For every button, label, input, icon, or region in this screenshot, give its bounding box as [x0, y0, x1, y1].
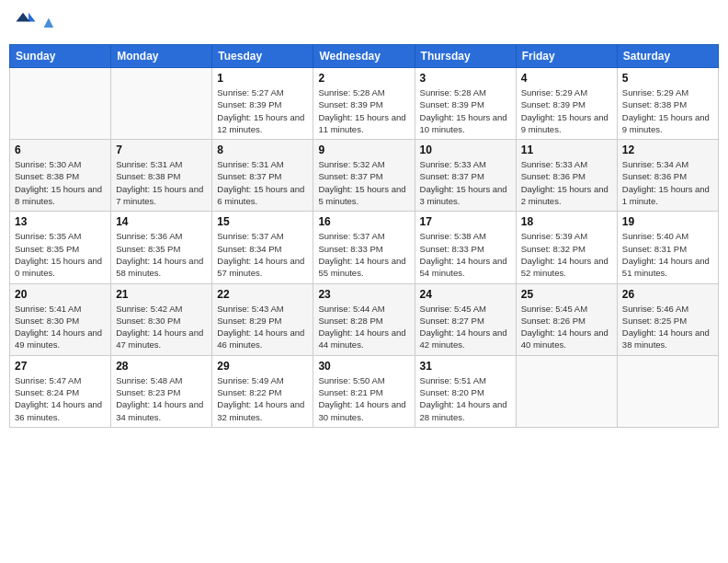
day-number: 17 — [420, 215, 511, 228]
day-cell: 18Sunrise: 5:39 AMSunset: 8:32 PMDayligh… — [516, 212, 617, 283]
day-cell: 26Sunrise: 5:46 AMSunset: 8:25 PMDayligh… — [617, 283, 718, 355]
day-number: 7 — [116, 144, 207, 156]
day-number: 11 — [521, 144, 612, 156]
day-detail: Sunrise: 5:43 AMSunset: 8:29 PMDaylight:… — [217, 303, 308, 351]
calendar-table: SundayMondayTuesdayWednesdayThursdayFrid… — [9, 44, 719, 428]
day-detail: Sunrise: 5:34 AMSunset: 8:36 PMDaylight:… — [622, 158, 713, 207]
day-detail: Sunrise: 5:47 AMSunset: 8:24 PMDaylight:… — [15, 374, 106, 423]
day-number: 5 — [622, 72, 713, 85]
day-number: 24 — [420, 288, 511, 301]
day-cell: 29Sunrise: 5:49 AMSunset: 8:22 PMDayligh… — [212, 355, 313, 427]
weekday-wednesday: Wednesday — [313, 45, 415, 68]
day-detail: Sunrise: 5:45 AMSunset: 8:27 PMDaylight:… — [420, 303, 511, 351]
day-number: 13 — [15, 215, 106, 228]
logo-accent: ▲ — [40, 13, 57, 31]
day-number: 14 — [116, 215, 207, 228]
day-number: 28 — [116, 360, 207, 373]
day-detail: Sunrise: 5:35 AMSunset: 8:35 PMDaylight:… — [15, 230, 106, 279]
day-cell: 9Sunrise: 5:32 AMSunset: 8:37 PMDaylight… — [313, 140, 415, 212]
logo-text: ▲ — [40, 14, 57, 32]
day-detail: Sunrise: 5:32 AMSunset: 8:37 PMDaylight:… — [318, 158, 409, 207]
day-cell: 27Sunrise: 5:47 AMSunset: 8:24 PMDayligh… — [10, 355, 111, 427]
day-number: 20 — [15, 288, 106, 301]
week-row-1: 1Sunrise: 5:27 AMSunset: 8:39 PMDaylight… — [10, 68, 719, 140]
day-cell: 30Sunrise: 5:50 AMSunset: 8:21 PMDayligh… — [313, 355, 415, 427]
day-number: 19 — [622, 215, 713, 228]
day-detail: Sunrise: 5:45 AMSunset: 8:26 PMDaylight:… — [521, 303, 612, 351]
day-number: 30 — [318, 360, 409, 373]
day-detail: Sunrise: 5:40 AMSunset: 8:31 PMDaylight:… — [622, 230, 713, 279]
day-number: 26 — [622, 288, 713, 301]
day-detail: Sunrise: 5:30 AMSunset: 8:38 PMDaylight:… — [15, 158, 106, 207]
day-cell: 22Sunrise: 5:43 AMSunset: 8:29 PMDayligh… — [212, 283, 313, 355]
day-cell: 13Sunrise: 5:35 AMSunset: 8:35 PMDayligh… — [10, 212, 111, 283]
day-detail: Sunrise: 5:37 AMSunset: 8:33 PMDaylight:… — [318, 230, 409, 279]
svg-marker-1 — [17, 13, 30, 22]
day-cell: 11Sunrise: 5:33 AMSunset: 8:36 PMDayligh… — [516, 140, 617, 212]
day-cell: 14Sunrise: 5:36 AMSunset: 8:35 PMDayligh… — [111, 212, 212, 283]
header: ▲ — [9, 9, 719, 37]
day-number: 10 — [420, 144, 511, 156]
day-cell: 24Sunrise: 5:45 AMSunset: 8:27 PMDayligh… — [415, 283, 516, 355]
day-number: 15 — [217, 215, 308, 228]
day-number: 22 — [217, 288, 308, 301]
day-detail: Sunrise: 5:39 AMSunset: 8:32 PMDaylight:… — [521, 230, 612, 279]
logo-icon — [9, 9, 37, 37]
day-number: 9 — [318, 144, 409, 156]
day-cell: 23Sunrise: 5:44 AMSunset: 8:28 PMDayligh… — [313, 283, 415, 355]
week-row-5: 27Sunrise: 5:47 AMSunset: 8:24 PMDayligh… — [10, 355, 719, 427]
week-row-4: 20Sunrise: 5:41 AMSunset: 8:30 PMDayligh… — [10, 283, 719, 355]
svg-marker-0 — [28, 13, 36, 22]
day-cell — [617, 355, 718, 427]
day-detail: Sunrise: 5:42 AMSunset: 8:30 PMDaylight:… — [116, 303, 207, 351]
day-cell: 5Sunrise: 5:29 AMSunset: 8:38 PMDaylight… — [617, 68, 718, 140]
day-number: 27 — [15, 360, 106, 373]
weekday-saturday: Saturday — [617, 45, 718, 68]
day-detail: Sunrise: 5:41 AMSunset: 8:30 PMDaylight:… — [15, 303, 106, 351]
day-cell — [111, 68, 212, 140]
day-number: 31 — [420, 360, 511, 373]
day-cell — [516, 355, 617, 427]
day-number: 25 — [521, 288, 612, 301]
day-number: 21 — [116, 288, 207, 301]
day-cell: 12Sunrise: 5:34 AMSunset: 8:36 PMDayligh… — [617, 140, 718, 212]
day-cell: 17Sunrise: 5:38 AMSunset: 8:33 PMDayligh… — [415, 212, 516, 283]
day-number: 8 — [217, 144, 308, 156]
page: ▲ SundayMondayTuesdayWednesdayThursdayFr… — [0, 0, 728, 563]
day-detail: Sunrise: 5:28 AMSunset: 8:39 PMDaylight:… — [318, 86, 409, 135]
day-detail: Sunrise: 5:49 AMSunset: 8:22 PMDaylight:… — [217, 374, 308, 423]
day-detail: Sunrise: 5:51 AMSunset: 8:20 PMDaylight:… — [420, 374, 511, 423]
day-detail: Sunrise: 5:31 AMSunset: 8:38 PMDaylight:… — [116, 158, 207, 207]
week-row-3: 13Sunrise: 5:35 AMSunset: 8:35 PMDayligh… — [10, 212, 719, 283]
day-cell: 6Sunrise: 5:30 AMSunset: 8:38 PMDaylight… — [10, 140, 111, 212]
day-number: 1 — [217, 72, 308, 85]
day-detail: Sunrise: 5:33 AMSunset: 8:37 PMDaylight:… — [420, 158, 511, 207]
week-row-2: 6Sunrise: 5:30 AMSunset: 8:38 PMDaylight… — [10, 140, 719, 212]
weekday-sunday: Sunday — [10, 45, 111, 68]
day-cell: 31Sunrise: 5:51 AMSunset: 8:20 PMDayligh… — [415, 355, 516, 427]
day-number: 18 — [521, 215, 612, 228]
weekday-tuesday: Tuesday — [212, 45, 313, 68]
day-detail: Sunrise: 5:33 AMSunset: 8:36 PMDaylight:… — [521, 158, 612, 207]
day-cell: 20Sunrise: 5:41 AMSunset: 8:30 PMDayligh… — [10, 283, 111, 355]
day-detail: Sunrise: 5:31 AMSunset: 8:37 PMDaylight:… — [217, 158, 308, 207]
day-detail: Sunrise: 5:38 AMSunset: 8:33 PMDaylight:… — [420, 230, 511, 279]
day-detail: Sunrise: 5:44 AMSunset: 8:28 PMDaylight:… — [318, 303, 409, 351]
day-cell: 8Sunrise: 5:31 AMSunset: 8:37 PMDaylight… — [212, 140, 313, 212]
day-cell: 25Sunrise: 5:45 AMSunset: 8:26 PMDayligh… — [516, 283, 617, 355]
day-detail: Sunrise: 5:36 AMSunset: 8:35 PMDaylight:… — [116, 230, 207, 279]
day-number: 29 — [217, 360, 308, 373]
day-cell: 19Sunrise: 5:40 AMSunset: 8:31 PMDayligh… — [617, 212, 718, 283]
day-detail: Sunrise: 5:27 AMSunset: 8:39 PMDaylight:… — [217, 86, 308, 135]
day-cell: 1Sunrise: 5:27 AMSunset: 8:39 PMDaylight… — [212, 68, 313, 140]
day-detail: Sunrise: 5:29 AMSunset: 8:38 PMDaylight:… — [622, 86, 713, 135]
day-number: 16 — [318, 215, 409, 228]
weekday-friday: Friday — [516, 45, 617, 68]
day-cell — [10, 68, 111, 140]
day-cell: 16Sunrise: 5:37 AMSunset: 8:33 PMDayligh… — [313, 212, 415, 283]
day-number: 4 — [521, 72, 612, 85]
day-detail: Sunrise: 5:37 AMSunset: 8:34 PMDaylight:… — [217, 230, 308, 279]
weekday-monday: Monday — [111, 45, 212, 68]
day-detail: Sunrise: 5:29 AMSunset: 8:39 PMDaylight:… — [521, 86, 612, 135]
day-detail: Sunrise: 5:48 AMSunset: 8:23 PMDaylight:… — [116, 374, 207, 423]
